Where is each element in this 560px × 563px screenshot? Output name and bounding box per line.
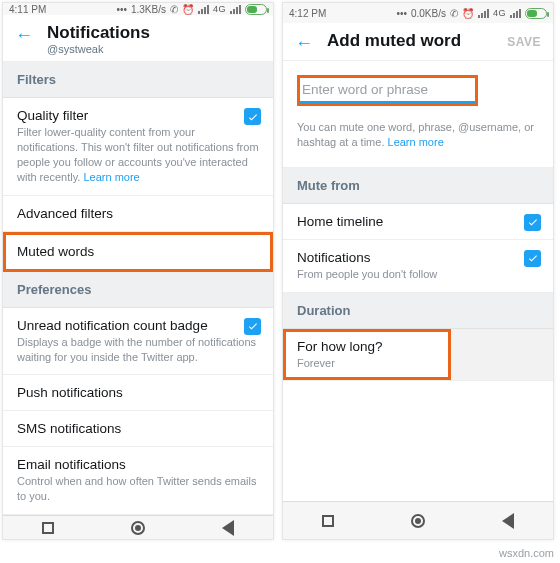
right-screenshot: 4:12 PM ••• 0.0KB/s ✆ ⏰ 4G ← Add muted w… (282, 2, 554, 540)
row-title: Notifications (297, 250, 539, 265)
row-title: Advanced filters (17, 206, 259, 221)
mute-word-input[interactable] (300, 78, 475, 103)
status-time: 4:11 PM (9, 4, 46, 15)
save-button[interactable]: SAVE (507, 35, 541, 49)
network-type: 4G (493, 8, 506, 18)
signal-icon (478, 8, 489, 18)
checkbox-checked-icon[interactable] (244, 318, 261, 335)
recent-apps-button[interactable] (317, 510, 339, 532)
app-header: ← Add muted word SAVE (283, 23, 553, 61)
back-button[interactable]: ← (15, 25, 33, 46)
battery-icon (245, 4, 267, 15)
row-title: Muted words (17, 244, 259, 259)
page-title: Notifications (47, 23, 150, 43)
status-time: 4:12 PM (289, 8, 326, 19)
app-header: ← Notifications @systweak (3, 15, 273, 62)
status-bar: 4:11 PM ••• 1.3KB/s ✆ ⏰ 4G (3, 3, 273, 15)
home-button[interactable] (407, 510, 429, 532)
row-home-timeline[interactable]: Home timeline (283, 204, 553, 240)
left-screenshot: 4:11 PM ••• 1.3KB/s ✆ ⏰ 4G ← Notificatio… (2, 2, 274, 540)
checkbox-checked-icon[interactable] (524, 214, 541, 231)
recent-apps-button[interactable] (37, 517, 59, 539)
status-speed: 0.0KB/s (411, 8, 446, 19)
learn-more-link[interactable]: Learn more (388, 136, 444, 148)
row-email-notifications[interactable]: Email notifications Control when and how… (3, 447, 273, 515)
row-title: Unread notification count badge (17, 318, 259, 333)
status-speed: 1.3KB/s (131, 4, 166, 15)
section-filters: Filters (3, 62, 273, 98)
mute-word-input-row (283, 61, 553, 112)
signal-icon-2 (510, 8, 521, 18)
row-for-how-long[interactable]: For how long? Forever (283, 329, 451, 381)
highlight-box (297, 75, 478, 106)
row-push-notifications[interactable]: Push notifications (3, 375, 273, 411)
checkbox-checked-icon[interactable] (244, 108, 261, 125)
page-title: Add muted word (327, 31, 461, 51)
back-nav-button[interactable] (217, 517, 239, 539)
back-nav-button[interactable] (497, 510, 519, 532)
no-sim-icon: ✆ (450, 8, 458, 19)
row-unread-badge[interactable]: Unread notification count badge Displays… (3, 308, 273, 376)
row-title: Push notifications (17, 385, 259, 400)
signal-icon (198, 4, 209, 14)
home-button[interactable] (127, 517, 149, 539)
row-title: SMS notifications (17, 421, 259, 436)
android-navbar (3, 515, 273, 539)
row-muted-words[interactable]: Muted words (3, 232, 273, 272)
battery-icon (525, 8, 547, 19)
row-title: Home timeline (297, 214, 539, 229)
android-navbar (283, 501, 553, 539)
row-subtitle: Forever (297, 356, 437, 371)
status-bar: 4:12 PM ••• 0.0KB/s ✆ ⏰ 4G (283, 3, 553, 23)
checkbox-checked-icon[interactable] (524, 250, 541, 267)
back-button[interactable]: ← (295, 33, 313, 54)
row-sms-notifications[interactable]: SMS notifications (3, 411, 273, 447)
section-duration: Duration (283, 293, 553, 329)
row-subtitle: Displays a badge with the number of noti… (17, 335, 259, 365)
row-quality-filter[interactable]: Quality filter Filter lower-quality cont… (3, 98, 273, 195)
row-title: Email notifications (17, 457, 259, 472)
section-mute-from: Mute from (283, 168, 553, 204)
section-preferences: Preferences (3, 272, 273, 308)
row-notifications[interactable]: Notifications From people you don't foll… (283, 240, 553, 293)
no-sim-icon: ✆ (170, 4, 178, 15)
row-subtitle: From people you don't follow (297, 267, 539, 282)
row-title: Quality filter (17, 108, 259, 123)
alarm-icon: ⏰ (182, 4, 194, 15)
page-subtitle: @systweak (47, 43, 150, 55)
row-subtitle: Control when and how often Twitter sends… (17, 474, 259, 504)
watermark: wsxdn.com (499, 547, 554, 559)
network-type: 4G (213, 4, 226, 14)
alarm-icon: ⏰ (462, 8, 474, 19)
learn-more-link[interactable]: Learn more (83, 171, 139, 183)
signal-icon-2 (230, 4, 241, 14)
row-title: For how long? (297, 339, 437, 354)
row-subtitle: Filter lower-quality content from your n… (17, 125, 259, 184)
row-advanced-filters[interactable]: Advanced filters (3, 196, 273, 232)
mute-hint: You can mute one word, phrase, @username… (283, 112, 553, 168)
